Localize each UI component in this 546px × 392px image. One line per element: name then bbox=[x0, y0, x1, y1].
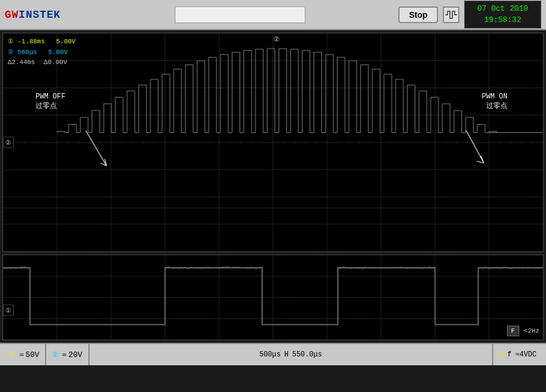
f-badge: F bbox=[507, 326, 519, 336]
pwm-on-line2: 过零点 bbox=[482, 101, 507, 111]
bottom-bar: ① ＝50V ② ＝20V 500μs H 550.0μs ① f ≈4VDC bbox=[0, 343, 546, 365]
ch2-measurements: ② 560μs 5.00V bbox=[8, 47, 75, 58]
freq-range: <2Hz bbox=[524, 327, 539, 334]
h-label: H bbox=[284, 350, 288, 359]
ch1-canvas bbox=[3, 33, 543, 251]
top-bar: GWINSTEK Stop 07 Oct 2010 19:58:32 bbox=[0, 0, 546, 30]
ch1-scale-section: ① ＝50V bbox=[4, 344, 46, 365]
delta-voltage: Δ0.00V bbox=[44, 59, 68, 66]
freq-display: F <2Hz bbox=[507, 326, 539, 336]
measurements-overlay: ① -1.88ms 5.00V ② 560μs 5.00V Δ2.44ms Δ0… bbox=[8, 37, 75, 68]
ch2-label: ② bbox=[8, 49, 18, 56]
pwm-off-line2: 过零点 bbox=[36, 101, 65, 111]
timebase-value: 500μs bbox=[259, 350, 280, 359]
ch2-marker: ② bbox=[3, 137, 14, 148]
ch1-label: ① bbox=[8, 38, 18, 45]
freq-section: ① f ≈4VDC bbox=[493, 344, 542, 365]
ch1-measurements: ① -1.88ms 5.00V bbox=[8, 37, 75, 47]
pwm-off-annotation: PWM OFF 过零点 bbox=[36, 93, 65, 111]
freq-value: ≈4VDC bbox=[515, 350, 537, 359]
wave-icon bbox=[443, 7, 459, 23]
ch1-display: ① -1.88ms 5.00V ② 560μs 5.00V Δ2.44ms Δ0… bbox=[2, 33, 544, 252]
delta-measurements: Δ2.44ms Δ0.00V bbox=[8, 58, 75, 68]
stop-button[interactable]: Stop bbox=[398, 7, 438, 23]
datetime-display: 07 Oct 2010 19:58:32 bbox=[464, 1, 541, 28]
ch1-scale-label: ＝50V bbox=[18, 349, 39, 360]
freq-label: f bbox=[507, 350, 512, 359]
freq-ch-indicator: ① bbox=[499, 350, 506, 359]
ch2-display: ① F <2Hz bbox=[2, 254, 544, 340]
timebase-section: 500μs H 550.0μs bbox=[90, 344, 493, 365]
ch1-voltage: 5.00V bbox=[56, 38, 75, 45]
logo-area: GWINSTEK bbox=[5, 9, 82, 21]
ch1-time: -1.88ms bbox=[18, 38, 45, 45]
logo: GWINSTEK bbox=[5, 9, 60, 21]
delay-value: 550.0μs bbox=[292, 350, 322, 359]
ch2-canvas bbox=[3, 255, 543, 340]
pwm-on-line1: PWM ON bbox=[482, 93, 507, 101]
ch2-scale-section: ② ＝20V bbox=[46, 344, 89, 365]
pwm-on-annotation: PWM ON 过零点 bbox=[482, 93, 507, 111]
ch2-time: 560μs bbox=[18, 49, 37, 56]
scope-container: ① -1.88ms 5.00V ② 560μs 5.00V Δ2.44ms Δ0… bbox=[0, 30, 546, 392]
datetime-line1: 07 Oct 2010 bbox=[470, 4, 536, 14]
pwm-off-line1: PWM OFF bbox=[36, 93, 65, 101]
ch1-circle: ① bbox=[9, 350, 16, 359]
trigger-box bbox=[82, 7, 398, 23]
delta-time: Δ2.44ms bbox=[8, 59, 35, 66]
ch2-scale-label: ＝20V bbox=[60, 349, 82, 360]
trigger-input bbox=[175, 7, 305, 23]
ch1-marker-ch2: ① bbox=[3, 304, 14, 315]
datetime-line2: 19:58:32 bbox=[470, 15, 536, 26]
ch2-circle: ② bbox=[52, 350, 59, 359]
ch2-voltage: 5.00V bbox=[48, 49, 68, 56]
